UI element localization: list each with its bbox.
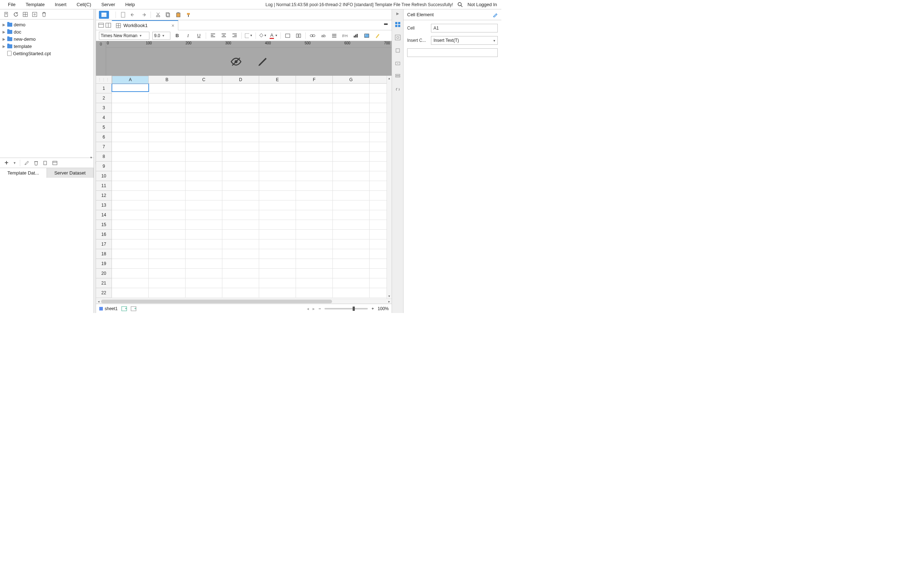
cell[interactable]: [296, 84, 333, 93]
wrap-icon[interactable]: [330, 32, 338, 40]
tree-folder[interactable]: ▶demo: [0, 21, 94, 28]
unmerge-icon[interactable]: [294, 32, 302, 40]
cell[interactable]: [186, 200, 222, 210]
copy-icon[interactable]: [43, 160, 48, 166]
cell[interactable]: [112, 93, 149, 103]
cell[interactable]: [296, 161, 333, 171]
collapse-icon[interactable]: ▾: [90, 155, 92, 160]
tab-menu-icon[interactable]: [383, 23, 389, 28]
tab-hyperlink[interactable]: [394, 85, 402, 93]
merge-icon[interactable]: [284, 32, 292, 40]
cell[interactable]: [259, 142, 296, 152]
font-name-select[interactable]: Times New Roman▾: [99, 32, 149, 40]
copy-icon[interactable]: [165, 12, 171, 18]
cell[interactable]: [149, 171, 186, 181]
cell[interactable]: [222, 200, 259, 210]
cell[interactable]: [149, 269, 186, 279]
row-header[interactable]: 20: [96, 269, 112, 279]
cell[interactable]: [186, 171, 222, 181]
tree-folder[interactable]: ▶doc: [0, 28, 94, 35]
cell[interactable]: [112, 181, 149, 191]
copy-sheet-icon[interactable]: +: [131, 306, 136, 311]
row-header[interactable]: 13: [96, 200, 112, 210]
cell[interactable]: [186, 122, 222, 132]
panel-edit-icon[interactable]: [493, 12, 498, 17]
cell[interactable]: [222, 84, 259, 93]
cell[interactable]: [259, 113, 296, 122]
zoom-in-icon[interactable]: +: [372, 306, 374, 311]
scroll-right-icon[interactable]: ▸: [386, 299, 392, 304]
cell[interactable]: [222, 93, 259, 103]
cell-ref-input[interactable]: A1: [431, 24, 498, 32]
doc-icon[interactable]: [120, 12, 126, 18]
undo-icon[interactable]: [130, 12, 136, 18]
cell[interactable]: [333, 210, 370, 220]
cell[interactable]: [333, 93, 370, 103]
cell[interactable]: [259, 200, 296, 210]
cell[interactable]: [333, 249, 370, 259]
cell[interactable]: [333, 84, 370, 93]
italic-button[interactable]: I: [184, 32, 192, 40]
scroll-down-icon[interactable]: ▾: [387, 293, 392, 298]
cell[interactable]: [259, 279, 296, 288]
refresh-icon[interactable]: [13, 11, 19, 17]
cell[interactable]: [296, 93, 333, 103]
tree-folder[interactable]: ▶new-demo: [0, 35, 94, 43]
cell[interactable]: [149, 288, 186, 298]
cell[interactable]: [259, 103, 296, 113]
cell[interactable]: [112, 122, 149, 132]
cell[interactable]: [333, 181, 370, 191]
zoom-out-icon[interactable]: −: [318, 306, 321, 311]
cell[interactable]: [259, 84, 296, 93]
row-header[interactable]: 14: [96, 210, 112, 220]
cell[interactable]: [222, 288, 259, 298]
parameter-pane[interactable]: [106, 48, 392, 76]
grid-icon[interactable]: [23, 11, 28, 17]
format-painter-icon[interactable]: [186, 12, 191, 18]
layout1-icon[interactable]: [98, 23, 104, 28]
cell[interactable]: [112, 249, 149, 259]
align-center-icon[interactable]: [220, 32, 228, 40]
search-icon[interactable]: [457, 2, 463, 8]
col-header-b[interactable]: B: [149, 76, 186, 84]
pencil-icon[interactable]: [257, 56, 268, 68]
cell[interactable]: [112, 239, 149, 249]
spreadsheet-grid[interactable]: 12345678910111213141516171819202122: [96, 84, 386, 298]
row-header[interactable]: 10: [96, 171, 112, 181]
cell[interactable]: [149, 220, 186, 230]
row-header[interactable]: 8: [96, 152, 112, 161]
delete-icon[interactable]: [33, 160, 39, 166]
underline-button[interactable]: U: [195, 32, 203, 40]
scrollbar-thumb[interactable]: [101, 300, 332, 303]
cell[interactable]: [149, 103, 186, 113]
cell[interactable]: [333, 279, 370, 288]
cell[interactable]: [149, 249, 186, 259]
row-header[interactable]: 4: [96, 113, 112, 122]
cut-icon[interactable]: [155, 12, 161, 18]
cell[interactable]: [333, 288, 370, 298]
cell[interactable]: [149, 230, 186, 239]
cell[interactable]: [186, 239, 222, 249]
zoom-slider[interactable]: [325, 308, 368, 309]
cell[interactable]: [333, 230, 370, 239]
cell[interactable]: [333, 200, 370, 210]
prev-sheet-icon[interactable]: ◂: [307, 306, 309, 311]
cell[interactable]: [222, 122, 259, 132]
cell[interactable]: [112, 113, 149, 122]
cell[interactable]: [112, 84, 149, 92]
border-icon[interactable]: ▼: [245, 32, 253, 40]
row-header[interactable]: 9: [96, 161, 112, 171]
expand-icon[interactable]: ▶: [396, 11, 399, 16]
cell[interactable]: [333, 259, 370, 269]
cell[interactable]: [333, 171, 370, 181]
row-header[interactable]: 16: [96, 230, 112, 239]
cell[interactable]: [222, 181, 259, 191]
menu-server[interactable]: Server: [96, 0, 120, 9]
cell[interactable]: [259, 249, 296, 259]
text-icon[interactable]: ab: [320, 32, 327, 40]
cell[interactable]: [222, 171, 259, 181]
tab-cell-attr[interactable]: [394, 34, 402, 42]
cell[interactable]: [296, 269, 333, 279]
cell[interactable]: [112, 259, 149, 269]
cell[interactable]: [186, 152, 222, 161]
